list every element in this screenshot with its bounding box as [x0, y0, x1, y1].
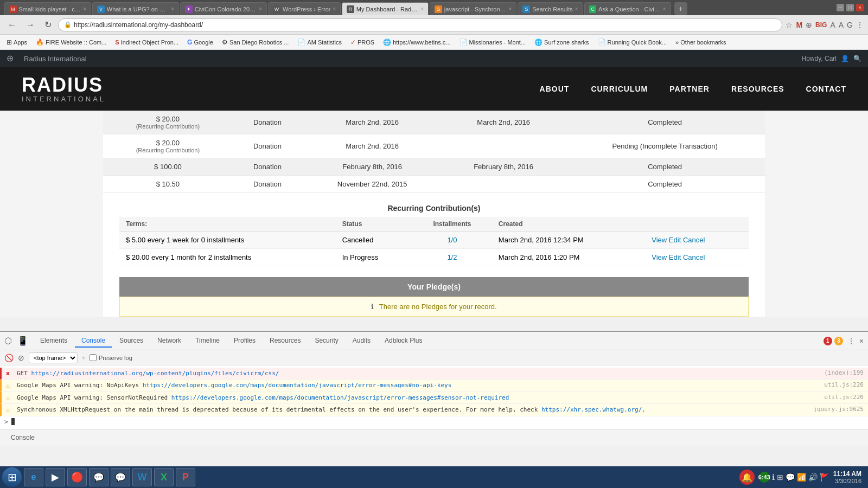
- wp-search-icon[interactable]: 🔍: [853, 55, 861, 62]
- gmail-icon[interactable]: M: [796, 21, 802, 29]
- recurring-table: Terms: Status Installments Created $ 5.0…: [119, 217, 749, 266]
- tab-upg[interactable]: V What is a UPG? on Vi... ×: [92, 2, 179, 15]
- bookmark-missionaries[interactable]: 📄 Missionaries - Mont...: [457, 37, 528, 47]
- console-clear-button[interactable]: 🚫: [4, 354, 14, 362]
- time-display: 11:14 AM 3/30/2016: [833, 470, 861, 484]
- tab-dashboard[interactable]: R My Dashboard - Radiu... ×: [342, 2, 429, 15]
- tray-wifi-icon[interactable]: 📶: [797, 473, 806, 481]
- bookmark-google[interactable]: G Google: [185, 37, 215, 47]
- dt-icon-inspect[interactable]: ⬡: [4, 336, 12, 346]
- edit-link-2[interactable]: Edit: [669, 253, 681, 261]
- notification-icon[interactable]: 🔔: [739, 470, 755, 485]
- bookmark-sandiego[interactable]: ⚙ San Diego Robotics ...: [220, 37, 291, 47]
- nav-resources[interactable]: RESOURCES: [731, 85, 784, 93]
- tab-ask-question[interactable]: C Ask a Question - CiviC... ×: [584, 2, 671, 15]
- view-link-2[interactable]: View: [652, 253, 667, 261]
- devtools-tab-security[interactable]: Security: [308, 335, 344, 348]
- devtools-tab-timeline[interactable]: Timeline: [189, 335, 226, 348]
- reload-button[interactable]: ↻: [41, 18, 55, 31]
- taskbar-ie[interactable]: e: [24, 468, 43, 486]
- nav-contact[interactable]: CONTACT: [806, 85, 846, 93]
- installments-link-1[interactable]: 1/0: [447, 236, 457, 244]
- taskbar-skype-blue[interactable]: 💬: [89, 468, 108, 486]
- devtools-tab-audits[interactable]: Audits: [346, 335, 377, 348]
- devtools-tab-console[interactable]: Console: [75, 335, 112, 348]
- tray-sound-icon[interactable]: 🔊: [808, 473, 818, 481]
- restore-button[interactable]: □: [846, 4, 854, 11]
- cancel-link-2[interactable]: Cancel: [683, 253, 705, 261]
- bookmark-fire[interactable]: 🔥 FIRE Website :: Com...: [34, 37, 108, 47]
- devtools-tab-adblock[interactable]: Adblock Plus: [378, 335, 429, 348]
- bookmark-other[interactable]: » Other bookmarks: [673, 38, 729, 47]
- tab-civicon[interactable]: ✦ CiviCon Colorado 201... ×: [180, 2, 267, 15]
- devtools-tab-profiles[interactable]: Profiles: [227, 335, 262, 348]
- taskbar-excel[interactable]: X: [154, 468, 174, 486]
- tab-search-results[interactable]: S Search Results ×: [518, 2, 583, 15]
- start-button[interactable]: ⊞: [2, 467, 22, 487]
- frame-selector[interactable]: <top frame>: [29, 352, 78, 363]
- devtools-tab-network[interactable]: Network: [151, 335, 188, 348]
- minimize-button[interactable]: ─: [837, 4, 844, 11]
- bigtincan-icon[interactable]: BIG: [815, 21, 827, 29]
- bookmark-pros[interactable]: ✓ PROS: [348, 37, 376, 47]
- more-icon[interactable]: ⋮: [856, 21, 864, 29]
- devtools-close-icon[interactable]: ×: [859, 337, 864, 345]
- taskbar-skype-white[interactable]: 💬: [111, 468, 130, 486]
- tray-info-icon[interactable]: ℹ: [772, 473, 775, 481]
- warn-icon-3: ⚠: [6, 406, 14, 414]
- devtools-tab-resources[interactable]: Resources: [263, 335, 307, 348]
- taskbar-media[interactable]: ▶: [46, 468, 65, 486]
- warn-link-1[interactable]: https://developers.google.com/maps/docum…: [143, 382, 452, 389]
- bookmark-quickbook[interactable]: 📄 Running Quick Book...: [596, 37, 669, 47]
- table-row: $ 20.00 every 1 month for 2 installments…: [119, 249, 749, 266]
- url-input[interactable]: 🔒 https://radiusinternational.org/my-das…: [58, 18, 782, 31]
- bookmark-apps[interactable]: ⊞ Apps: [4, 37, 29, 47]
- bookmark-surf[interactable]: 🌐 Surf zone sharks: [532, 37, 591, 47]
- cancel-link-1[interactable]: Cancel: [683, 236, 705, 244]
- tray-windows-icon[interactable]: ⊞: [777, 473, 783, 481]
- devtools-tab-elements[interactable]: Elements: [34, 335, 74, 348]
- nav-about[interactable]: ABOUT: [540, 85, 570, 93]
- edit-link-1[interactable]: Edit: [669, 236, 681, 244]
- tray-flag-icon[interactable]: 🚩: [820, 473, 829, 481]
- wp-site-name[interactable]: Radius International: [24, 55, 87, 63]
- dt-icon-mobile[interactable]: 📱: [17, 336, 28, 346]
- reader-icon[interactable]: A: [830, 21, 835, 29]
- tray-speech-icon[interactable]: 💬: [786, 473, 795, 481]
- recurring-section-title: Recurring Contribution(s): [119, 204, 749, 213]
- nav-partner[interactable]: PARTNER: [669, 85, 710, 93]
- preserve-log-checkbox[interactable]: [90, 354, 97, 361]
- back-button[interactable]: ←: [4, 19, 20, 31]
- console-filter-button[interactable]: ⊘: [18, 354, 24, 362]
- bookmark-star-icon[interactable]: ☆: [786, 21, 793, 29]
- bookmark-am-stats[interactable]: 📄 AM Statistics: [295, 37, 344, 47]
- warn-link-2[interactable]: https://developers.google.com/maps/docum…: [171, 394, 509, 401]
- preserve-log-label[interactable]: Preserve log: [90, 354, 132, 361]
- taskbar-chrome[interactable]: 🔴: [67, 468, 87, 486]
- installments-link-2[interactable]: 1/2: [447, 253, 457, 261]
- nav-curriculum[interactable]: CURRICULUM: [591, 85, 648, 93]
- error-text-1: GET https://radiusinternational.org/wp-c…: [17, 369, 820, 377]
- tab-javascript[interactable]: S javascript - Synchrono... ×: [430, 2, 516, 15]
- close-button[interactable]: ×: [856, 4, 864, 11]
- devtools-more-icon[interactable]: ⋮: [847, 337, 855, 345]
- tab-wp-error[interactable]: W WordPress › Error ×: [268, 2, 341, 15]
- bookmark-betins[interactable]: 🌐 https://www.betins.c...: [381, 37, 452, 47]
- profile-icon[interactable]: G: [847, 21, 853, 29]
- bookmark-indirect[interactable]: S Indirect Object Pron...: [113, 38, 181, 47]
- taskbar-word[interactable]: W: [132, 468, 152, 486]
- warn-link-3[interactable]: https://xhr.spec.whatwg.org/: [541, 406, 642, 413]
- view-link-1[interactable]: View: [652, 236, 667, 244]
- bottom-console-tab[interactable]: Console: [4, 432, 41, 444]
- extensions-icon[interactable]: ⊕: [806, 21, 812, 29]
- tab-label: Search Results: [532, 6, 573, 12]
- tab-gmail[interactable]: M Small kids playset - ca... ×: [4, 2, 91, 15]
- taskbar-powerpoint[interactable]: P: [176, 468, 195, 486]
- forward-button[interactable]: →: [23, 19, 38, 31]
- new-tab-button[interactable]: +: [674, 2, 687, 15]
- error-link-1[interactable]: https://radiusinternational.org/wp-conte…: [31, 370, 279, 377]
- tray-green-icon[interactable]: 6:43: [759, 472, 770, 483]
- devtools-tab-sources[interactable]: Sources: [113, 335, 150, 348]
- table-row: $ 20.00 (Recurring Contribution) Donatio…: [103, 111, 765, 134]
- translate-icon[interactable]: A: [839, 21, 844, 29]
